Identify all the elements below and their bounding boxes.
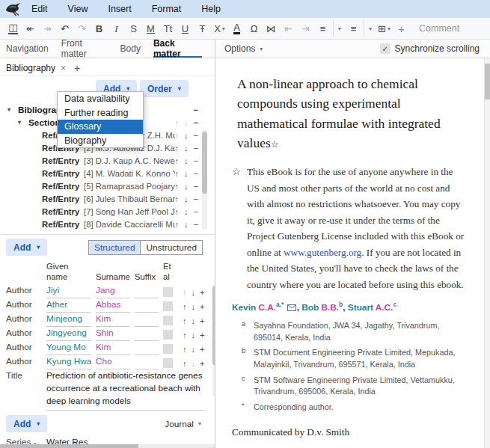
menu-item-further-reading[interactable]: Further reading: [58, 106, 143, 120]
move-down-icon[interactable]: ↓: [192, 331, 196, 340]
gutenberg-link[interactable]: www.gutenberg.org: [284, 247, 361, 258]
comment-button[interactable]: Comment: [419, 23, 459, 34]
move-down-icon[interactable]: ↓: [184, 182, 189, 191]
redo-icon[interactable]: ↷: [74, 20, 90, 37]
surname-input[interactable]: Shin: [96, 328, 130, 341]
options-dropdown[interactable]: Options ▾: [224, 43, 263, 54]
scrollbar-thumb[interactable]: [0, 444, 138, 448]
title-field-input[interactable]: Prediction of antibiotic-resistance gene…: [46, 369, 204, 411]
numbered-list-icon-dropdown[interactable]: ▾: [364, 20, 375, 37]
ref-list-scrollbar[interactable]: [202, 129, 207, 230]
add-icon[interactable]: +: [200, 288, 204, 297]
move-up-icon[interactable]: ↑: [175, 131, 180, 140]
footnote-text[interactable]: This eBook is for the use of anyone anyw…: [247, 164, 468, 292]
affiliation-text[interactable]: Sayahna Foundation, JWA 34, Jagathy, Tri…: [254, 320, 468, 343]
move-up-icon[interactable]: ↑: [183, 316, 187, 325]
given-name-input[interactable]: Jingyeong: [46, 328, 91, 341]
table-icon[interactable]: ⊞▾: [376, 20, 392, 37]
order-button[interactable]: Order ▾: [140, 80, 189, 97]
expander-down-icon[interactable]: ▾: [7, 106, 14, 113]
numbered-list-icon[interactable]: ≡: [346, 20, 361, 37]
et-al-checkbox[interactable]: [163, 301, 173, 311]
given-name-input[interactable]: Minjeong: [46, 313, 91, 327]
app-logo-bird-icon[interactable]: [0, 1, 25, 16]
move-tool-icon[interactable]: +: [393, 20, 409, 37]
remove-icon[interactable]: −: [194, 194, 198, 203]
indent-decrease-icon[interactable]: ⇤: [281, 20, 296, 37]
move-down-icon[interactable]: ↓: [192, 288, 196, 297]
menu-insert[interactable]: Insert: [108, 4, 131, 14]
move-up-icon[interactable]: ↑: [175, 118, 180, 127]
checkbox-checked-icon[interactable]: ✓: [380, 43, 391, 54]
move-down-icon[interactable]: ↓: [184, 169, 189, 178]
surname-input[interactable]: Abbas: [96, 299, 130, 313]
remove-icon[interactable]: −: [194, 131, 198, 140]
tab-body[interactable]: Body: [120, 40, 141, 58]
bullet-list-icon-dropdown[interactable]: ▾: [333, 20, 344, 37]
text-case-icon[interactable]: Tt: [160, 20, 176, 37]
add-icon[interactable]: +: [200, 316, 204, 325]
menu-item-data-availability[interactable]: Data availability: [58, 92, 143, 106]
move-up-icon[interactable]: ↑: [183, 331, 187, 340]
italic-icon[interactable]: I: [108, 20, 124, 37]
move-down-icon[interactable]: ↓: [184, 156, 189, 165]
go-last-icon[interactable]: ↠: [40, 20, 55, 37]
move-up-icon[interactable]: ↑: [175, 182, 180, 191]
horizontal-scrollbar[interactable]: [0, 444, 215, 448]
indent-increase-icon[interactable]: ⇥: [298, 20, 313, 37]
move-down-icon[interactable]: ↓: [184, 194, 189, 203]
ref-entry-row[interactable]: Ref/Entry[4] M. Wadati K. Konno Y.I↑↓−: [0, 167, 215, 179]
undo-icon[interactable]: ↶: [57, 20, 73, 37]
ref-entry-row[interactable]: Ref/Entry[7] Song Han Jeff Pool Jo↑↓−: [0, 205, 215, 218]
close-icon[interactable]: ×: [61, 63, 66, 73]
add-icon[interactable]: +: [200, 302, 204, 311]
font-color-icon[interactable]: A: [229, 20, 245, 37]
bullet-list-icon[interactable]: ≡: [315, 20, 331, 37]
add-icon[interactable]: +: [200, 359, 204, 368]
math-style-icon[interactable]: M: [143, 20, 159, 37]
page-layout-icon[interactable]: ◫: [5, 20, 21, 37]
affiliation-text[interactable]: STM Software Engineering Private Limited…: [254, 375, 468, 398]
affiliation-text[interactable]: STM Document Engineering Private Limited…: [254, 347, 468, 370]
remove-icon[interactable]: −: [194, 105, 198, 114]
ref-entry-row[interactable]: Ref/Entry[3] D.J. Kaup A.C. Newell↑↓−: [0, 154, 215, 167]
remove-icon[interactable]: −: [194, 182, 198, 191]
move-up-icon[interactable]: ↑: [175, 156, 180, 165]
remove-icon[interactable]: −: [194, 144, 198, 153]
menu-edit[interactable]: Edit: [31, 4, 48, 14]
special-character-icon[interactable]: Ω: [246, 20, 262, 37]
email-envelope-icon[interactable]: [287, 303, 296, 313]
ref-entry-row[interactable]: Ref/Entry[6] Jules Thibault Bernar↑↓−: [0, 192, 215, 205]
et-al-checkbox[interactable]: [163, 330, 173, 340]
et-al-checkbox[interactable]: [163, 358, 173, 368]
given-name-input[interactable]: Ather: [46, 299, 91, 313]
surname-input[interactable]: Jang: [96, 285, 130, 298]
given-name-input[interactable]: Young Mo: [46, 342, 91, 355]
script-toggle-icon[interactable]: X▾: [212, 20, 227, 37]
move-down-icon[interactable]: ↓: [192, 316, 196, 325]
menu-view[interactable]: View: [68, 4, 88, 14]
document-title[interactable]: A non-linear approach to chemical compou…: [232, 74, 468, 153]
remove-icon[interactable]: −: [194, 118, 198, 127]
add-icon[interactable]: +: [200, 331, 204, 340]
tab-back-matter[interactable]: Back matter: [153, 40, 202, 58]
scrollbar-thumb[interactable]: [485, 64, 490, 99]
suffix-input[interactable]: [135, 299, 159, 313]
move-down-icon[interactable]: ↓: [184, 144, 189, 153]
add-author-button[interactable]: Add ▾: [6, 239, 47, 256]
suffix-input[interactable]: [135, 313, 159, 327]
move-up-icon[interactable]: ↑: [175, 169, 180, 178]
menu-help[interactable]: Help: [201, 4, 221, 14]
menu-item-biography[interactable]: Biography: [58, 134, 143, 148]
surname-input[interactable]: Cho: [96, 356, 130, 369]
document-authors-line[interactable]: Kevin C.A.a,* , Bob B.B.b, Stuart A.C.c: [232, 301, 468, 313]
suffix-input[interactable]: [135, 328, 159, 341]
merge-fields-icon[interactable]: ⋈: [263, 20, 279, 37]
move-up-icon[interactable]: ↑: [175, 194, 180, 203]
move-up-icon[interactable]: ↑: [183, 359, 187, 368]
expander-down-icon[interactable]: ▾: [18, 119, 25, 126]
view-mode-structured[interactable]: Structured: [88, 240, 141, 255]
add-pane-icon[interactable]: +: [74, 62, 80, 74]
add-field-button[interactable]: Add ▾: [6, 415, 47, 432]
move-up-icon[interactable]: ↑: [175, 220, 180, 229]
